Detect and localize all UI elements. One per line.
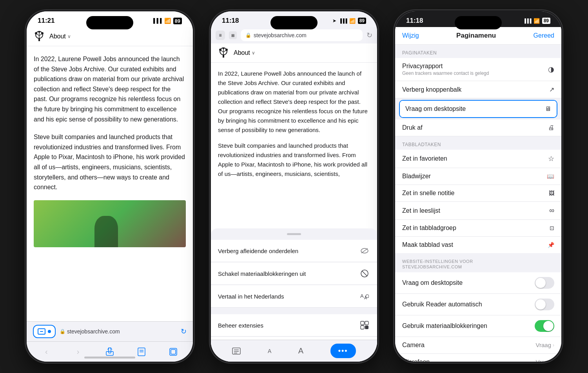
desktopsite-toggle[interactable] [535, 277, 554, 289]
privacyrapport-icon: ◑ [548, 65, 554, 74]
bottom-toolbar-1: ‹ › [27, 341, 193, 362]
reader-icon-2[interactable]: ≡ [216, 31, 225, 40]
menu-item-translate[interactable]: Vertaal in het Nederlands AA [211, 285, 377, 308]
svg-point-20 [219, 49, 221, 51]
nav-about-1[interactable]: About ∨ [49, 33, 71, 40]
desktopsite-toggle-knob [535, 278, 546, 288]
materiaal-toggle-label: Gebruik materiaalblokkeringen [402, 322, 487, 330]
microfoon-dropdown[interactable]: Vraag › [536, 359, 554, 362]
camera-dropdown[interactable]: Vraag › [536, 342, 554, 348]
reader-bottom-btn[interactable] [232, 347, 241, 355]
bookmarks-btn-1[interactable] [133, 343, 150, 360]
menu-row-vraag-desktopsite-highlighted[interactable]: Vraag om desktopsite 🖥 [400, 101, 557, 117]
menu-row-tabblad-vast[interactable]: Maak tabblad vast 📌 [395, 237, 561, 253]
refresh-btn-2[interactable]: ↻ [367, 31, 372, 40]
battery-icon-2: 89 [358, 18, 366, 24]
status-icons-1: ▐▐▐ 📶 89 [152, 18, 182, 24]
svg-rect-30 [361, 321, 364, 325]
font-large-btn[interactable]: A [298, 346, 303, 355]
section-tabbladtaken-header: TABBLADTAKEN [395, 136, 561, 150]
svg-rect-14 [171, 349, 176, 354]
menu-row-camera[interactable]: Camera Vraag › [395, 337, 561, 354]
nav-bar-2: About ∨ [211, 43, 377, 63]
svg-line-3 [37, 34, 39, 36]
menu-row-vraag-desktopsite-toggle[interactable]: Vraag om desktopsite [395, 272, 561, 294]
nav-label-1: About [49, 33, 66, 40]
phone-2-inner: 11:18 ➤ ▐▐▐ 📶 89 ≡ ⊞ 🔒 stevejobsarchive.… [211, 11, 377, 362]
dot-icon [48, 330, 51, 333]
font-small-btn[interactable]: A [268, 348, 271, 354]
favorieten-icon: ☆ [548, 154, 554, 163]
phone-3: 11:18 ▐▐▐ 📶 89 Wijzig Paginamenu Gereed … [394, 10, 563, 363]
desktopsite-icon: 🖥 [545, 105, 551, 112]
status-icons-3: ▐▐▐ 📶 89 [523, 18, 550, 24]
menu-row-privacyrapport[interactable]: Privacyrapport Geen trackers waarmee con… [395, 58, 561, 81]
camera-label: Camera [402, 342, 425, 349]
status-icons-2: ➤ ▐▐▐ 📶 89 [332, 18, 366, 24]
tabblad-vast-icon: 📌 [548, 242, 554, 248]
translate-icon: AA [359, 291, 370, 302]
status-time-2: 11:18 [222, 17, 239, 25]
gereed-btn[interactable]: Gereed [534, 32, 554, 39]
menu-row-materiaal-toggle[interactable]: Gebruik materiaalblokkeringen [395, 315, 561, 337]
svg-point-5 [35, 32, 37, 34]
tabs-btn-1[interactable] [165, 343, 182, 360]
tabbladgroep-label: Zet in tabbladgroep [402, 225, 456, 232]
svg-rect-32 [361, 326, 364, 329]
refresh-btn-1[interactable]: ↻ [181, 327, 187, 336]
battery-icon: 89 [173, 18, 182, 24]
reader-toggle-knob [535, 299, 546, 310]
url-text-1[interactable]: 🔒 stevejobsarchive.com [60, 328, 177, 335]
camera-value: Vraag [536, 342, 551, 348]
content-p1-1: In 2022, Laurene Powell Jobs announced t… [34, 54, 186, 124]
wijzig-btn[interactable]: Wijzig [402, 32, 419, 39]
phone-1-inner: 11:21 ▐▐▐ 📶 89 [27, 11, 193, 362]
privacyrapport-label: Privacyrapport [402, 63, 489, 70]
content-p2-1: Steve built companies and launched produ… [34, 132, 186, 192]
content-2: In 2022, Laurene Powell Jobs announced t… [211, 63, 377, 180]
druk-af-icon: 🖨 [548, 124, 554, 131]
signal-icon: ▐▐▐ [152, 18, 162, 24]
svg-text:A: A [360, 293, 364, 299]
content-p1-2: In 2022, Laurene Powell Jobs announced t… [218, 69, 370, 135]
verberg-knoppenbalk-icon: ↗ [549, 86, 554, 93]
signal-icon-3: ▐▐▐ [523, 18, 531, 23]
menu-row-leeslijst[interactable]: Zet in leeslijst ∞ [395, 202, 561, 220]
bladwijzer-icon: 📖 [547, 173, 554, 180]
back-btn-1[interactable]: ‹ [38, 343, 55, 360]
extension-icon-2[interactable]: ⊞ [229, 31, 237, 39]
nav-about-2[interactable]: About ∨ [234, 49, 255, 56]
materiaal-toggle[interactable] [535, 320, 554, 332]
nav-chevron-1: ∨ [67, 34, 71, 39]
menu-item-hide-distractions[interactable]: Verberg afleidende onderdelen [211, 240, 377, 262]
more-options-btn[interactable]: ••• [330, 344, 356, 358]
wifi-icon-3: 📶 [534, 18, 540, 24]
paginamenu-title: Paginamenu [456, 32, 496, 40]
url-bar-1[interactable]: 🔒 stevejobsarchive.com ↻ [27, 321, 193, 341]
section-paginataken-header: PAGINATAKEN [395, 45, 561, 58]
druk-af-label: Druk af [402, 124, 423, 131]
microfoon-label: Microfoon [402, 359, 430, 362]
content-1: In 2022, Laurene Powell Jobs announced t… [27, 46, 193, 334]
menu-label-extensions: Beheer extensies [218, 322, 263, 329]
menu-row-snelle-notitie[interactable]: Zet in snelle notitie 🖼 [395, 185, 561, 202]
menu-row-tabbladgroep[interactable]: Zet in tabbladgroep ⊡ [395, 220, 561, 237]
menu-row-druk-af[interactable]: Druk af 🖨 [395, 120, 561, 136]
menu-row-favorieten[interactable]: Zet in favorieten ☆ [395, 150, 561, 168]
phone-1: 11:21 ▐▐▐ 📶 89 [25, 10, 194, 363]
menu-row-verberg-knoppenbalk[interactable]: Verberg knoppenbalk ↗ [395, 81, 561, 98]
menu-item-extensions[interactable]: Beheer extensies [211, 314, 377, 337]
menu-row-reader-toggle[interactable]: Gebruik Reader automatisch [395, 294, 561, 315]
tab-reader-btn[interactable] [33, 325, 56, 338]
menu-row-bladwijzer[interactable]: Bladwijzer 📖 [395, 168, 561, 185]
tree-icon-1 [34, 31, 45, 42]
menu-label-disable: Schakel materiaalblokkeringen uit [218, 270, 306, 277]
reader-toggle[interactable] [535, 299, 554, 310]
reader-toggle-label: Gebruik Reader automatisch [402, 301, 482, 308]
address-bar-2[interactable]: 🔒 stevejobsarchive.com [241, 29, 363, 41]
privacyrapport-subtitle: Geen trackers waarmee contact is gelegd [402, 71, 489, 76]
url-domain-1: stevejobsarchive.com [67, 328, 120, 335]
materiaal-toggle-knob [543, 321, 554, 331]
chevron-right-icon: › [553, 342, 554, 348]
menu-item-disable-blocking[interactable]: Schakel materiaalblokkeringen uit [211, 263, 377, 285]
